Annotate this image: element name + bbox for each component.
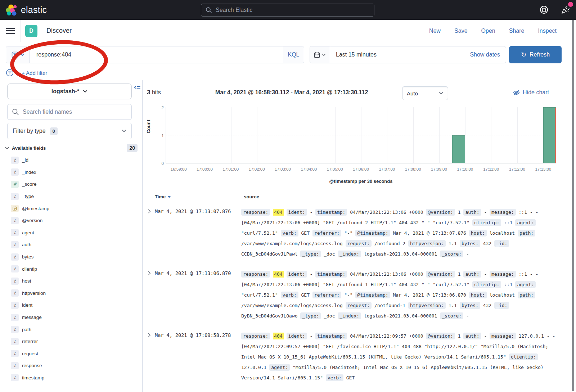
- field-value: 432: [483, 303, 491, 308]
- kql-syntax-button[interactable]: KQL: [283, 46, 304, 63]
- global-search[interactable]: [201, 4, 374, 17]
- time-column-header[interactable]: Time: [155, 194, 241, 199]
- appbar-nav: NewSaveOpenShareInspect: [429, 28, 576, 34]
- elastic-home-link[interactable]: elastic: [6, 4, 47, 16]
- field-name: request: [22, 351, 38, 356]
- field-name: response: [22, 363, 42, 368]
- global-search-input[interactable]: [216, 7, 370, 13]
- saved-query-menu-button[interactable]: [6, 46, 30, 63]
- field-item-@version[interactable]: t@version: [0, 215, 143, 227]
- field-value: ByBN_3cB04dGovJLOawo: [241, 313, 298, 319]
- add-filter-button[interactable]: + Add filter: [22, 70, 47, 76]
- y-axis-label: Count: [146, 120, 151, 133]
- expand-row-button[interactable]: [143, 331, 155, 383]
- query-input[interactable]: [30, 46, 283, 63]
- hide-chart-button[interactable]: Hide chart: [513, 89, 549, 96]
- histogram-bar-17:13:00[interactable]: [543, 107, 556, 163]
- expand-row-button[interactable]: [143, 269, 155, 321]
- field-item-httpversion[interactable]: thttpversion: [0, 287, 143, 299]
- field-pill: response:: [241, 333, 270, 339]
- field-item-agent[interactable]: tagent: [0, 227, 143, 239]
- field-item-_id[interactable]: t_id: [0, 154, 143, 166]
- field-pill: @version:: [426, 209, 455, 216]
- app-toolbar: D Discover NewSaveOpenShareInspect: [0, 20, 576, 42]
- field-pill: _type:: [300, 312, 321, 319]
- results-header: 3 hits Mar 4, 2021 @ 16:58:30.112 - Mar …: [143, 85, 576, 102]
- field-pill: agent:: [515, 219, 536, 226]
- field-name: @timestamp: [22, 206, 49, 211]
- show-dates-button[interactable]: Show dates: [470, 51, 500, 58]
- field-pill: message:: [490, 209, 516, 216]
- histogram-bar-17:09:30[interactable]: [452, 135, 465, 163]
- field-search[interactable]: [7, 104, 132, 120]
- field-item-auth[interactable]: tauth: [0, 239, 143, 251]
- field-type-icon: t: [11, 362, 19, 369]
- field-item-ident[interactable]: tident: [0, 299, 143, 311]
- field-item-_score[interactable]: #_score: [0, 178, 143, 190]
- field-item-host[interactable]: thost: [0, 275, 143, 287]
- field-search-input[interactable]: [23, 109, 127, 115]
- collapse-sidebar-icon[interactable]: [134, 85, 140, 91]
- vertical-scrollbar[interactable]: [572, 20, 574, 391]
- field-pill: @timestamp:: [355, 230, 390, 236]
- field-item-_type[interactable]: t_type: [0, 190, 143, 203]
- refresh-button[interactable]: ↻ Refresh: [509, 46, 562, 63]
- field-list: t_idt_index#_scoret_type@timestampt@vers…: [0, 154, 143, 392]
- doc-source: response: 404 ident: - timestamp: 04/Mar…: [241, 207, 557, 259]
- field-pill: verb:: [281, 230, 298, 236]
- quick-select-button[interactable]: [310, 46, 330, 63]
- hits-count: 3: [147, 89, 150, 96]
- available-fields-toggle[interactable]: Available fields 20: [5, 144, 138, 152]
- filter-by-type-dropdown[interactable]: Filter by type 0: [7, 123, 132, 139]
- nav-open-button[interactable]: Open: [481, 28, 495, 34]
- expand-row-button[interactable]: [143, 207, 155, 259]
- field-item-message[interactable]: tmessage: [0, 311, 143, 324]
- field-item-_index[interactable]: t_index: [0, 166, 143, 179]
- field-pill: message:: [490, 333, 516, 339]
- elastic-logo-icon: [6, 4, 17, 16]
- x-tick-label: 17:10:00: [457, 167, 473, 171]
- doc-source: response: 404 ident: - timestamp: 04/Mar…: [241, 331, 557, 383]
- chart-vgridline: [283, 107, 283, 163]
- highlighted-value: 404: [273, 209, 283, 216]
- index-pattern-name: logstash-*: [51, 88, 79, 95]
- hits-label: hits: [152, 89, 161, 95]
- nav-save-button[interactable]: Save: [454, 28, 467, 34]
- query-input-group: KQL: [6, 46, 304, 63]
- field-name: host: [22, 278, 31, 284]
- field-item-path[interactable]: tpath: [0, 323, 143, 335]
- field-item-request[interactable]: trequest: [0, 348, 143, 360]
- field-item-bytes[interactable]: tbytes: [0, 251, 143, 263]
- field-value: "-": [344, 292, 352, 298]
- source-column-header: _source: [241, 194, 259, 199]
- help-icon[interactable]: [539, 5, 549, 14]
- field-pill: path:: [518, 230, 535, 236]
- menu-icon[interactable]: [6, 26, 15, 35]
- sort-desc-icon: [167, 196, 171, 198]
- field-item-timestamp[interactable]: ttimestamp: [0, 372, 143, 384]
- news-feed-icon[interactable]: [560, 5, 570, 15]
- index-pattern-selector[interactable]: logstash-*: [7, 84, 132, 99]
- nav-share-button[interactable]: Share: [509, 28, 525, 34]
- notification-badge: [568, 2, 573, 7]
- field-value: -: [466, 313, 469, 319]
- field-pill: agent:: [269, 364, 290, 371]
- field-value: GET: [346, 375, 355, 380]
- chevron-down-icon: [83, 90, 87, 93]
- chevron-down-icon: [122, 130, 126, 132]
- field-item-referrer[interactable]: treferrer: [0, 335, 143, 348]
- nav-inspect-button[interactable]: Inspect: [538, 28, 557, 34]
- type-filter-count: 0: [50, 127, 58, 135]
- y-tick-label: 2: [158, 105, 164, 110]
- nav-new-button[interactable]: New: [429, 28, 441, 34]
- interval-select[interactable]: Auto: [402, 86, 448, 100]
- brand-text: elastic: [21, 5, 47, 15]
- chart-vgridline: [413, 107, 414, 163]
- field-item-response[interactable]: tresponse: [0, 360, 143, 372]
- field-value: GET: [301, 292, 310, 298]
- field-item-clientip[interactable]: tclientip: [0, 263, 143, 275]
- discover-app-icon[interactable]: D: [25, 25, 37, 37]
- filter-icon[interactable]: [6, 69, 14, 77]
- time-range-value[interactable]: Last 15 minutes: [336, 51, 377, 58]
- field-item-@timestamp[interactable]: @timestamp: [0, 202, 143, 215]
